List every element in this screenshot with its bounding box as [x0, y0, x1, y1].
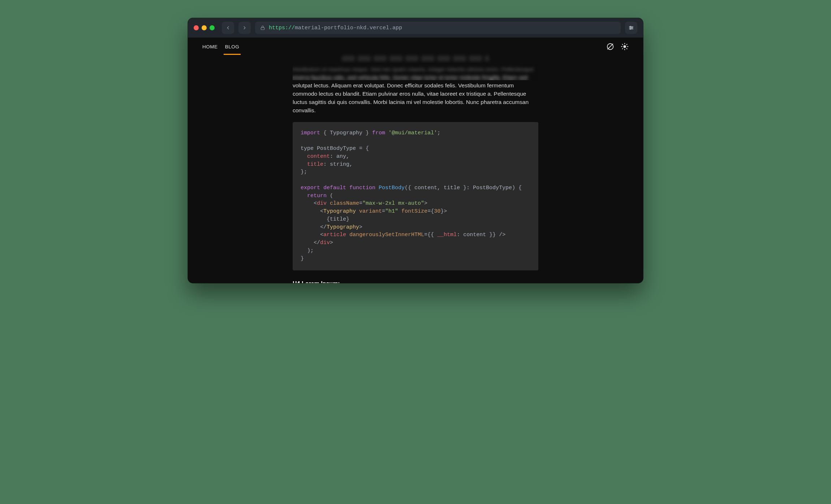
url-text: https://material-portfolio-nkd.vercel.ap…: [269, 25, 402, 31]
svg-line-15: [627, 48, 627, 49]
svg-line-8: [608, 44, 613, 49]
browser-window: https://material-portfolio-nkd.vercel.ap…: [188, 18, 643, 283]
nav-home[interactable]: HOME: [202, 39, 218, 55]
page-viewport[interactable]: HOME BLOG Vestibulum ut maximus neque. S…: [188, 38, 643, 283]
blurred-text: [342, 56, 489, 61]
svg-point-9: [623, 45, 626, 48]
paragraph: Vestibulum ut maximus neque. Sed nec qua…: [293, 65, 538, 115]
svg-point-4: [630, 26, 631, 27]
svg-line-17: [627, 44, 627, 44]
lock-icon: [260, 25, 265, 30]
traffic-lights: [194, 25, 215, 30]
light-mode-icon[interactable]: [621, 43, 629, 51]
svg-point-6: [630, 29, 631, 30]
svg-line-16: [622, 48, 623, 49]
heading-h4: H4 Lorem Ipsum:: [293, 281, 538, 283]
article-content: Vestibulum ut maximus neque. Sed nec qua…: [293, 56, 538, 283]
browser-chrome: https://material-portfolio-nkd.vercel.ap…: [188, 18, 643, 38]
svg-rect-0: [261, 27, 264, 30]
address-bar[interactable]: https://material-portfolio-nkd.vercel.ap…: [255, 22, 621, 34]
nav-blog[interactable]: BLOG: [225, 39, 240, 55]
back-button[interactable]: [222, 22, 234, 34]
visibility-off-icon[interactable]: [606, 43, 614, 51]
svg-line-14: [622, 44, 623, 44]
browser-settings-button[interactable]: [625, 22, 637, 34]
svg-point-5: [632, 27, 633, 29]
maximize-window-button[interactable]: [210, 25, 215, 30]
minimize-window-button[interactable]: [202, 25, 207, 30]
close-window-button[interactable]: [194, 25, 199, 30]
site-nav: HOME BLOG: [188, 38, 643, 56]
code-block: import { Typography } from '@mui/materia…: [293, 122, 538, 271]
forward-button[interactable]: [238, 22, 251, 34]
